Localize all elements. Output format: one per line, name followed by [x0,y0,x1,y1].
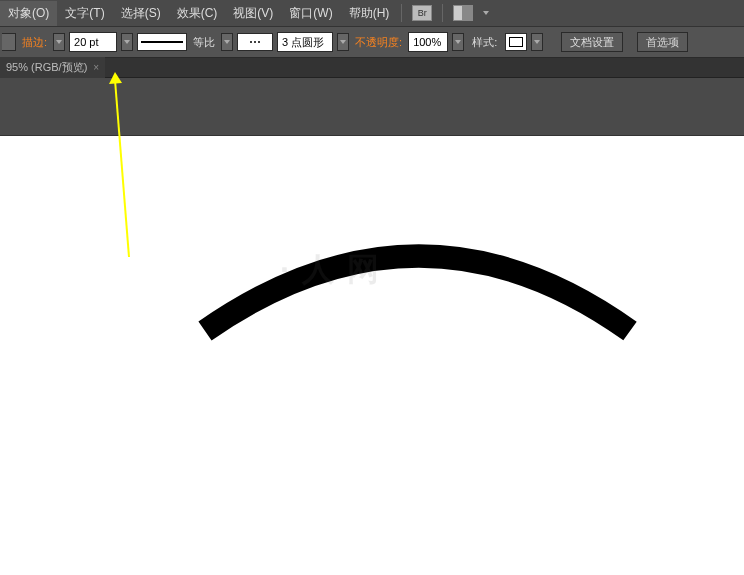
stroke-profile-preview[interactable] [137,33,187,51]
close-icon[interactable]: × [93,62,99,73]
profile-label: 等比 [191,35,217,50]
opacity-dropdown[interactable] [452,33,464,51]
control-bar: 描边: 20 pt 等比 3 点圆形 不透明度: 100% 样式: 文档设置 首… [0,26,744,58]
style-swatch[interactable] [505,33,527,51]
menu-bar: 对象(O) 文字(T) 选择(S) 效果(C) 视图(V) 窗口(W) 帮助(H… [0,0,744,26]
menu-effect[interactable]: 效果(C) [169,1,226,26]
brush-field[interactable]: 3 点圆形 [277,32,333,52]
chevron-down-icon[interactable] [483,11,489,15]
document-tab[interactable]: 95% (RGB/预览) × [0,57,105,78]
pasteboard-strip [0,78,744,136]
artboard[interactable] [0,136,744,575]
stroke-link-dropdown[interactable] [53,33,65,51]
document-tab-bar: 95% (RGB/预览) × [0,58,744,78]
prefs-button[interactable]: 首选项 [637,32,688,52]
menu-help[interactable]: 帮助(H) [341,1,398,26]
layout-icon[interactable] [453,5,473,21]
divider [401,4,402,22]
fill-swatch-partial[interactable] [2,33,16,51]
doc-setup-button[interactable]: 文档设置 [561,32,623,52]
style-dropdown[interactable] [531,33,543,51]
profile-dropdown[interactable] [221,33,233,51]
brush-preview-icon [237,33,273,51]
opacity-label: 不透明度: [353,35,404,50]
menu-view[interactable]: 视图(V) [225,1,281,26]
style-label: 样式: [468,35,501,50]
brush-dropdown[interactable] [337,33,349,51]
opacity-field[interactable]: 100% [408,32,448,52]
bridge-icon[interactable]: Br [412,5,432,21]
menu-window[interactable]: 窗口(W) [281,1,340,26]
document-tab-title: 95% (RGB/预览) [6,60,87,75]
menu-select[interactable]: 选择(S) [113,1,169,26]
stroke-weight-field[interactable]: 20 pt [69,32,117,52]
menu-text[interactable]: 文字(T) [57,1,112,26]
stroke-weight-dropdown[interactable] [121,33,133,51]
divider [442,4,443,22]
artwork-curve[interactable] [0,136,744,575]
menu-object[interactable]: 对象(O) [0,1,57,26]
stroke-label: 描边: [20,35,49,50]
